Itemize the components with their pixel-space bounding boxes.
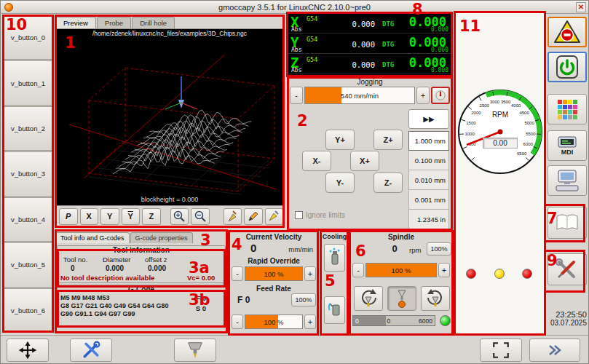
machine-settings-button[interactable] [548,253,587,285]
tool-tabbar: Tool info and G-codes G-code properties [55,230,227,243]
offset-z-value: 0.000 [145,264,166,272]
fullscreen-button[interactable] [480,339,522,362]
rapid-override-row: - 100 % + [232,266,316,281]
sidebar-button-1[interactable]: v_button_1 [3,60,53,105]
pencil-icon [247,210,260,223]
increment-item-3[interactable]: 0.001 mm [408,190,449,210]
sidebar-button-4[interactable]: v_button_4 [3,197,53,242]
cooling-panel: Cooling [320,231,349,335]
view-y2-button[interactable]: Y [122,208,141,225]
spindle-cw-button[interactable] [421,286,450,311]
tab-tool-info[interactable]: Tool info and G-codes [55,232,130,243]
sidebar-button-2[interactable]: v_button_2 [3,106,53,151]
tool-change-button[interactable] [174,339,216,362]
dro-row-z[interactable]: ZG54Abs0.000DTG0.0000.000 [288,54,451,74]
spindle-minus-button[interactable]: - [352,263,364,277]
sidebar-button-5[interactable]: v_button_5 [3,242,53,287]
edit-gcode-button[interactable] [244,208,263,225]
gremlin-preview[interactable]: /home/zdenek/linuxcnc/nc_files/examples/… [55,28,284,227]
spindle-stop-button[interactable] [387,286,416,311]
increment-item-0[interactable]: 1.000 mm [408,131,449,151]
spindle-scale-current: 0 [387,317,391,325]
estop-button[interactable] [548,17,587,47]
power-icon [554,55,580,79]
jog-z-plus-button[interactable]: Z+ [373,130,403,150]
rapid-override-bar[interactable]: 100 % [245,266,303,281]
move-arrows-icon [17,340,38,360]
tab-drill-hole[interactable]: Drill hole [132,17,175,28]
current-velocity-title: Current Velocity [229,233,319,241]
spindle-panel: Spindle 0 rpm 100% - 100 % + [349,231,453,335]
tool-warning: No tool description available [60,274,154,282]
feed-percent-button[interactable]: 100% [291,293,316,306]
ignore-limits-row: Ignore limits [295,211,345,219]
zoom-in-icon [173,210,186,223]
close-button[interactable]: ✕ [576,2,586,12]
flood-coolant-button[interactable] [324,296,345,324]
view-p-button[interactable]: P [59,208,78,225]
tab-probe[interactable]: Probe [97,17,131,28]
dro-row-y[interactable]: YG54Abs0.000DTG0.0000.000 [288,33,451,54]
gcode-lines: M5 M9 M48 M53G8 G17 G21 G40 G49 G54 G64 … [60,294,169,318]
increment-item-1[interactable]: 0.100 mm [408,151,449,170]
ref-axes-button[interactable] [7,339,49,362]
clear-plot-button[interactable] [224,208,242,225]
jog-x-minus-button[interactable]: X- [302,151,331,171]
increment-list: 1.000 mm0.100 mm0.010 mm0.001 mm1.2345 i… [408,131,449,229]
view-y-button[interactable]: Y [100,208,119,225]
expand-icon [491,341,511,360]
spindle-override-bar[interactable]: 100 % [365,263,437,277]
diameter-value: 0.000 [103,264,145,272]
increment-item-4[interactable]: 1.2345 in [408,210,449,229]
view-z-button[interactable]: Z [142,208,161,225]
next-button-page-button[interactable] [529,339,580,362]
dro-row-x[interactable]: XG54Abs0.000DTG0.0000.000 [288,13,451,33]
computer-icon [555,169,580,192]
spindle-percent-button[interactable]: 100% [427,242,451,256]
jog-x-plus-button[interactable]: X+ [350,151,379,171]
feed-plus-button[interactable]: + [304,314,316,329]
tab-gcode-properties[interactable]: G-code properties [130,232,193,243]
spindle-cw-icon [424,288,446,309]
feed-minus-button[interactable]: - [232,314,243,329]
jog-y-plus-button[interactable]: Y+ [325,130,355,150]
settings-button[interactable] [548,94,587,124]
spindle-ccw-button[interactable] [354,286,383,311]
jogging-panel: Jogging - 540 mm/min + ▶▶ Y+Z+X-X+Y-Z- I… [288,77,452,230]
cooling-title: Cooling [320,233,349,240]
gauge-tick-label-5000: 5000 [524,121,534,125]
feed-rate-bar[interactable]: 100 % [245,314,303,329]
dro-panel: XG54Abs0.000DTG0.0000.000YG54Abs0.000DTG… [287,12,451,76]
rapid-override-text: 100 % [264,270,284,278]
rapid-plus-button[interactable]: + [304,266,316,281]
sidebar-button-3[interactable]: v_button_3 [3,151,53,196]
zoom-in-button[interactable] [170,208,189,225]
reload-file-button[interactable] [265,208,284,225]
rapid-minus-button[interactable]: - [232,266,243,281]
current-velocity-value: 0 [250,242,256,254]
spindle-scale-min: 0 [355,317,359,325]
zoom-out-button[interactable] [191,208,210,225]
tab-preview[interactable]: Preview [55,17,96,28]
jog-z-minus-button[interactable]: Z- [373,173,403,193]
tool-measurement-button[interactable] [548,207,587,239]
touch-off-button[interactable] [70,339,112,362]
spindle-scale: 0 0 6000 [352,315,435,326]
gauge-tick-label-4000: 4000 [511,103,521,108]
mdi-button[interactable]: MDI [548,130,587,161]
dro-abs-value: 0.000 [333,40,375,49]
mist-coolant-button[interactable] [324,244,345,272]
gauge-value: 0.00 [483,138,518,149]
jog-y-minus-button[interactable]: Y- [325,173,355,193]
window-title: gmoccapy 3.5.1 for LinuxCNC 2.10.0~pre0 [218,3,371,12]
increment-item-2[interactable]: 0.010 mm [408,170,449,190]
machine-on-button[interactable] [548,52,587,82]
ignore-limits-checkbox[interactable] [295,211,303,219]
sidebar-button-0[interactable]: v_button_0 [3,15,53,60]
keyboard-button[interactable] [548,165,587,196]
dro-abs-label: Abs [291,26,301,33]
sidebar-button-6[interactable]: v_button_6 [3,288,53,333]
spindle-plus-button[interactable]: + [438,263,450,277]
view-x-button[interactable]: X [80,208,99,225]
brush-icon [267,210,280,223]
